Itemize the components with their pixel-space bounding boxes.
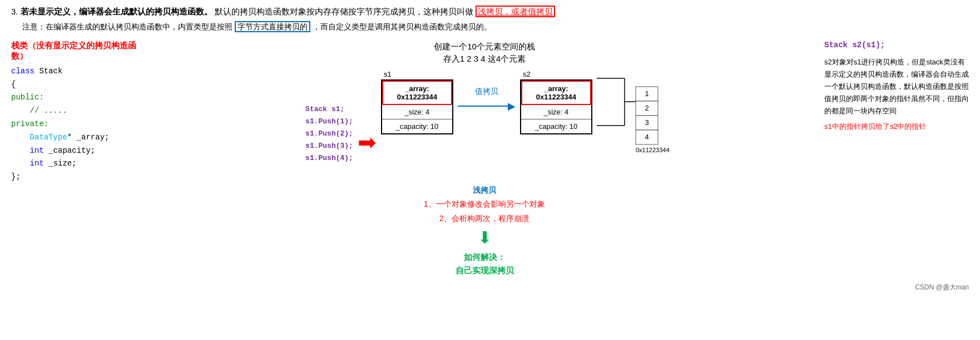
arrow-head: ▶ — [508, 100, 516, 112]
diagram-row: Stack s1; s1.Push(1); s1.Push(2); s1.Pus… — [156, 70, 813, 181]
svg-text:0x11223344: 0x11223344 — [636, 147, 670, 153]
main-container: 3. 若未显示定义，编译器会生成默认的拷贝构造函数。 默认的拷贝构造函数对象按内… — [11, 6, 969, 292]
shallow-label: 浅拷贝 — [473, 186, 496, 196]
red-arrow: ➡ — [358, 129, 377, 155]
svg-text:4: 4 — [645, 133, 649, 141]
header-title-bold: 若未显示定义，编译器会生成默认的拷贝构造函数。 — [21, 7, 212, 16]
header-number: 3. — [11, 7, 18, 16]
code-line-8: int _size; — [11, 157, 145, 171]
s2-size-row: _size: 4 — [521, 105, 591, 119]
s1-capacity-row: _capacity: 10 — [382, 119, 452, 133]
svg-text:3: 3 — [645, 118, 649, 127]
note-highlight: 字节方式直接拷贝的 — [235, 21, 310, 32]
arrow-line — [458, 106, 508, 107]
middle-panel: 创建一个10个元素空间的栈 存入1 2 3 4 这4个元素 Stack s1; … — [156, 41, 813, 277]
code-line-7: int _capacity; — [11, 144, 145, 158]
code-line-9: }; — [11, 171, 145, 184]
top-text-line2: 存入1 2 3 4 这4个元素 — [434, 53, 535, 66]
s2-capacity-row: _capacity: 10 — [521, 119, 591, 133]
header-note: 注意：在编译器生成的默认拷贝构造函数中，内置类型是按照 字节方式直接拷贝的 ，而… — [22, 21, 969, 33]
right-code: Stack s2(s1); — [824, 41, 969, 49]
stack-code-line4: s1.Push(3); — [305, 140, 353, 152]
header-highlight1: 浅拷贝，或者值拷贝 — [476, 6, 555, 17]
s2-array-row: _array: 0x11223344 — [521, 81, 591, 105]
solve-section: 如何解决： 自己实现深拷贝 — [456, 251, 514, 277]
footer-text: CSDN @盏大man — [915, 283, 969, 291]
code-line-6: DataType* _array; — [11, 131, 145, 144]
stack-code-line5: s1.Push(4); — [305, 152, 353, 164]
down-arrow: ⬇ — [478, 229, 492, 246]
left-panel-title: 栈类（没有显示定义的拷贝构造函数） — [11, 41, 145, 62]
left-panel: 栈类（没有显示定义的拷贝构造函数） class Stack { public: … — [11, 41, 145, 184]
s2-container: s2 _array: 0x11223344 _size: 4 _capacity… — [520, 70, 592, 134]
stack-code-line3: s1.Push(2); — [305, 128, 353, 140]
header-section: 3. 若未显示定义，编译器会生成默认的拷贝构造函数。 默认的拷贝构造函数对象按内… — [11, 6, 969, 33]
note-rest: ，而自定义类型是调用其拷贝构造函数完成拷贝的。 — [313, 22, 492, 31]
value-copy-area: 值拷贝 ▶ — [458, 81, 516, 112]
svg-text:2: 2 — [645, 104, 649, 112]
header-line1: 3. 若未显示定义，编译器会生成默认的拷贝构造函数。 默认的拷贝构造函数对象按内… — [11, 6, 969, 18]
value-copy-label: 值拷贝 — [475, 87, 498, 97]
right-desc2: s1中的指针拷贝给了s2中的指针 — [824, 121, 969, 133]
s1-box: _array: 0x11223344 _size: 4 _capacity: 1… — [381, 79, 453, 134]
s2-label: s2 — [523, 70, 531, 78]
shallow-section: 浅拷贝 1、一个对象修改会影响另一个对象 2、会析构两次，程序崩溃 — [424, 186, 545, 225]
s1-label: s1 — [384, 70, 392, 78]
stack-code-line2: s1.Push(1); — [305, 116, 353, 128]
code-line-4: // ..... — [11, 104, 145, 118]
connect-svg: 1 2 3 4 0x11223344 — [597, 70, 664, 181]
header-title-rest: 默认的拷贝构造函数对象按内存存储按字节序完成拷贝，这种拷贝叫做 — [215, 7, 473, 16]
s2-box: _array: 0x11223344 _size: 4 _capacity: 1… — [520, 79, 592, 134]
stack-code-left: Stack s1; s1.Push(1); s1.Push(2); s1.Pus… — [305, 103, 353, 164]
right-desc1: s2对象对s1进行拷贝构造，但是stack类没有显示定义的拷贝构造函数，编译器会… — [824, 56, 969, 117]
s1-container: s1 _array: 0x11223344 _size: 4 _capacity… — [381, 70, 453, 134]
shallow-item-1: 1、一个对象修改会影响另一个对象 — [424, 198, 545, 210]
middle-top-text: 创建一个10个元素空间的栈 存入1 2 3 4 这4个元素 — [434, 41, 535, 66]
code-line-3: public: — [11, 91, 145, 104]
footer: CSDN @盏大man — [11, 283, 969, 292]
svg-text:1: 1 — [645, 89, 649, 98]
top-text-line1: 创建一个10个元素空间的栈 — [434, 41, 535, 53]
s1-size-row: _size: 4 — [382, 105, 452, 119]
right-panel: Stack s2(s1); s2对象对s1进行拷贝构造，但是stack类没有显示… — [824, 41, 969, 133]
code-block: class Stack { public: // ..... private: … — [11, 65, 145, 184]
code-line-2: { — [11, 78, 145, 92]
solve-line1: 如何解决： — [456, 251, 514, 264]
solve-line2: 自己实现深拷贝 — [456, 264, 514, 277]
memory-area: 1 2 3 4 0x11223344 — [597, 70, 664, 181]
value-copy-arrow: ▶ — [458, 100, 516, 112]
s1-array-row: _array: 0x11223344 — [382, 81, 452, 105]
shallow-item-2: 2、会析构两次，程序崩溃 — [439, 212, 529, 224]
code-line-5: private: — [11, 118, 145, 131]
note-text: 注意：在编译器生成的默认拷贝构造函数中，内置类型是按照 — [22, 22, 232, 31]
code-line-1: class Stack — [11, 65, 145, 78]
stack-code-line1: Stack s1; — [305, 103, 353, 116]
content-row: 栈类（没有显示定义的拷贝构造函数） class Stack { public: … — [11, 41, 969, 277]
